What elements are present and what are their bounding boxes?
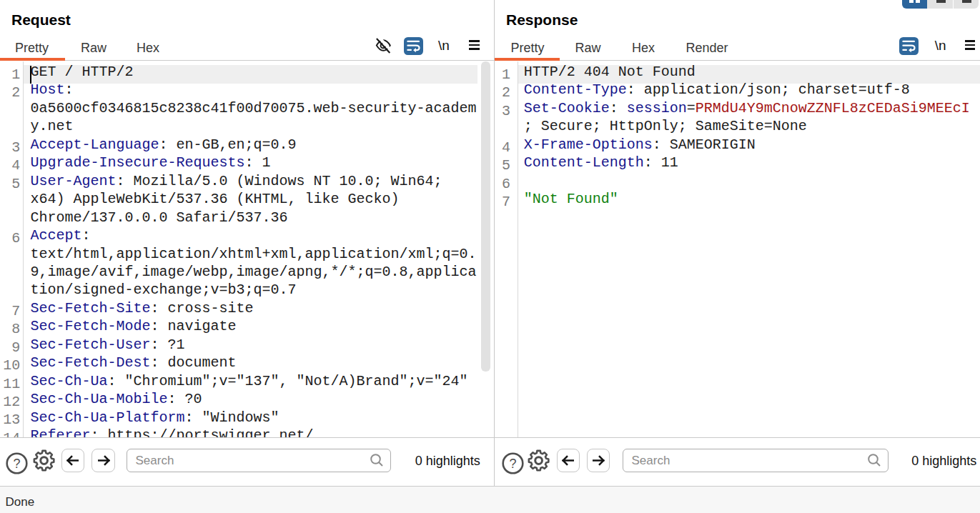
svg-text:?: ? <box>13 457 20 471</box>
svg-text:?: ? <box>509 457 516 471</box>
